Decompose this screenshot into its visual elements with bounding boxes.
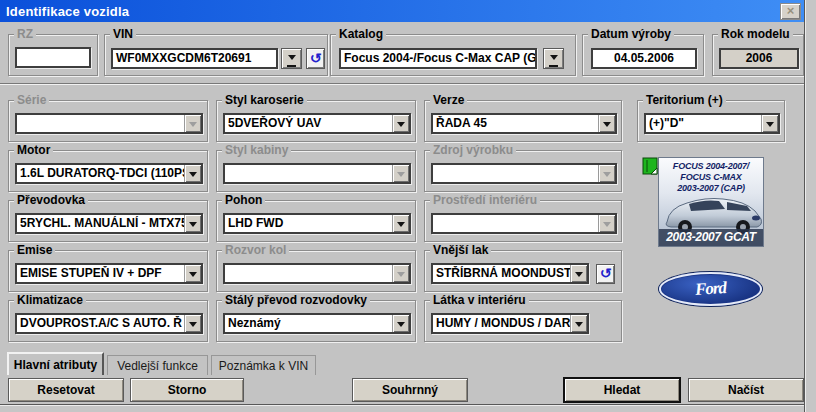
close-icon: × <box>787 3 795 18</box>
staly-prevod-label: Stálý převod rozvodovky <box>222 293 370 307</box>
dropdown-arrow-icon[interactable] <box>570 315 587 332</box>
zdroj-vyrobku-combo <box>431 163 617 184</box>
dropdown-arrow-icon[interactable] <box>392 315 409 332</box>
header-separator <box>0 83 806 85</box>
zdroj-vyrobku-label: Zdroj výrobku <box>430 143 516 157</box>
rz-value <box>17 49 89 50</box>
vnejsi-lak-label: Vnější lak <box>430 243 491 257</box>
catalog-image[interactable]: FOCUS 2004-2007/ FOCUS C-MAX 2003-2007 (… <box>658 157 764 247</box>
vin-refresh-button[interactable]: ↺ <box>306 48 325 69</box>
teritorium-label: Teritorium (+) <box>643 93 726 107</box>
reset-button[interactable]: Resetovat <box>8 378 124 402</box>
dropdown-arrow-icon <box>392 265 409 282</box>
field-datum-vyroby: Datum výroby 04.05.2006 <box>582 34 704 76</box>
dropdown-arrow-icon[interactable] <box>184 165 201 182</box>
dropdown-arrow-icon[interactable] <box>392 215 409 232</box>
combo-value: 5RYCHL. MANUÁLNÍ - MTX75 <box>20 216 184 231</box>
field-pohon: Pohon LHD FWD <box>216 200 416 242</box>
field-emise: Emise EMISE STUPEŇ IV + DPF <box>8 250 208 292</box>
field-serie: Série <box>8 100 208 142</box>
dropdown-arrow-icon[interactable] <box>184 315 201 332</box>
dropdown-arrow-icon <box>598 215 615 232</box>
ford-logo-text: Ford <box>694 278 726 300</box>
katalog-label: Katalog <box>336 27 386 41</box>
pohon-label: Pohon <box>222 193 265 207</box>
latka-interieru-label: Látka v interiéru <box>430 293 529 307</box>
dropdown-arrow-icon[interactable] <box>761 115 778 132</box>
ford-logo: Ford <box>659 272 762 306</box>
dropdown-arrow-icon[interactable] <box>184 265 201 282</box>
close-button[interactable]: × <box>780 3 801 20</box>
load-button[interactable]: Načíst <box>688 378 804 402</box>
tab-main-attributes[interactable]: Hlavní atributy <box>7 352 104 375</box>
field-rok-modelu: Rok modelu 2006 <box>712 34 804 76</box>
datum-vyroby-label: Datum výroby <box>588 27 674 41</box>
tab-vin-note[interactable]: Poznámka k VIN <box>211 355 316 375</box>
dropdown-underline-icon <box>549 65 558 67</box>
katalog-input[interactable]: Focus 2004-/Focus C-Max CAP (GC <box>339 48 537 69</box>
combo-value: Neznámý <box>228 316 392 331</box>
vin-value: WF0MXXGCDM6T20691 <box>113 50 276 66</box>
pohon-combo[interactable]: LHD FWD <box>223 213 411 234</box>
field-katalog: Katalog Focus 2004-/Focus C-Max CAP (GC <box>330 34 576 76</box>
dropdown-arrow-icon[interactable] <box>392 115 409 132</box>
combo-value: LHD FWD <box>228 216 392 231</box>
emise-combo[interactable]: EMISE STUPEŇ IV + DPF <box>15 263 203 284</box>
rz-input[interactable] <box>15 47 91 68</box>
summary-button[interactable]: Souhrnný <box>352 378 468 402</box>
styl-karoserie-combo[interactable]: 5DVEŘOVÝ UAV <box>223 113 411 134</box>
combo-value: 1.6L DURATORQ-TDCI (110PS <box>20 166 184 181</box>
combo-value: EMISE STUPEŇ IV + DPF <box>20 266 184 281</box>
button-label: Resetovat <box>37 383 94 397</box>
prostredi-interieru-label: Prostředí interiéru <box>430 193 540 207</box>
styl-karoserie-label: Styl karoserie <box>222 93 307 107</box>
tab-label: Vedlejší funkce <box>117 359 198 373</box>
vnejsi-lak-combo[interactable]: STŘÍBRNÁ MOONDUST (M <box>431 263 589 284</box>
field-vnejsi-lak: Vnější lak STŘÍBRNÁ MOONDUST (M ↺ <box>424 250 622 292</box>
button-label: Souhrnný <box>382 383 438 397</box>
field-styl-kabiny: Styl kabiny <box>216 150 416 192</box>
titlebar: Identifikace vozidla <box>0 0 806 22</box>
rok-modelu-field: 2006 <box>719 48 799 69</box>
field-prostredi-interieru: Prostředí interiéru <box>424 200 622 242</box>
rz-label: RZ <box>14 27 36 41</box>
field-styl-karoserie: Styl karoserie 5DVEŘOVÝ UAV <box>216 100 416 142</box>
catalog-image-title: FOCUS 2004-2007/ FOCUS C-MAX 2003-2007 (… <box>659 161 763 194</box>
verze-combo[interactable]: ŘADA 45 <box>431 113 617 134</box>
dropdown-arrow-icon <box>598 165 615 182</box>
staly-prevod-combo[interactable]: Neznámý <box>223 313 411 334</box>
dropdown-arrow-icon[interactable] <box>570 265 587 282</box>
window-right-edge <box>804 0 816 412</box>
field-rozvor-kol: Rozvor kol <box>216 250 416 292</box>
button-label: Hledat <box>604 383 641 397</box>
emise-label: Emise <box>14 243 55 257</box>
katalog-value: Focus 2004-/Focus C-Max CAP (GC <box>341 50 535 66</box>
field-rz: RZ <box>8 34 98 76</box>
vin-input[interactable]: WF0MXXGCDM6T20691 <box>111 48 278 69</box>
field-motor: Motor 1.6L DURATORQ-TDCI (110PS <box>8 150 208 192</box>
window-title: Identifikace vozidla <box>6 4 129 19</box>
vin-dropdown-button[interactable] <box>281 48 302 69</box>
rozvor-kol-combo <box>223 263 411 284</box>
combo-value: ŘADA 45 <box>436 116 598 131</box>
dropdown-arrow-icon[interactable] <box>184 215 201 232</box>
cancel-button[interactable]: Storno <box>130 378 244 402</box>
dropdown-arrow-icon[interactable] <box>598 115 615 132</box>
katalog-dropdown-button[interactable] <box>543 48 564 69</box>
latka-interieru-combo[interactable]: HUMY / MONDUS / DARK FL <box>431 313 589 334</box>
refresh-icon: ↺ <box>600 267 612 281</box>
field-staly-prevod: Stálý převod rozvodovky Neznámý <box>216 300 416 342</box>
teritorium-combo[interactable]: (+)"D" <box>644 113 780 134</box>
catalog-image-line1: FOCUS 2004-2007/ <box>659 161 763 172</box>
datum-vyroby-input[interactable]: 04.05.2006 <box>591 48 697 69</box>
button-label: Načíst <box>728 383 764 397</box>
search-button[interactable]: Hledat <box>563 377 681 403</box>
tab-label: Poznámka k VIN <box>219 359 308 373</box>
prevodovka-combo[interactable]: 5RYCHL. MANUÁLNÍ - MTX75 <box>15 213 203 234</box>
motor-combo[interactable]: 1.6L DURATORQ-TDCI (110PS <box>15 163 203 184</box>
klimatizace-label: Klimatizace <box>14 293 86 307</box>
tab-secondary-functions[interactable]: Vedlejší funkce <box>107 355 208 375</box>
klimatizace-combo[interactable]: DVOUPROST.A/C S AUTO. Ř <box>15 313 203 334</box>
field-verze: Verze ŘADA 45 <box>424 100 622 142</box>
vnejsi-lak-refresh-button[interactable]: ↺ <box>596 264 615 284</box>
